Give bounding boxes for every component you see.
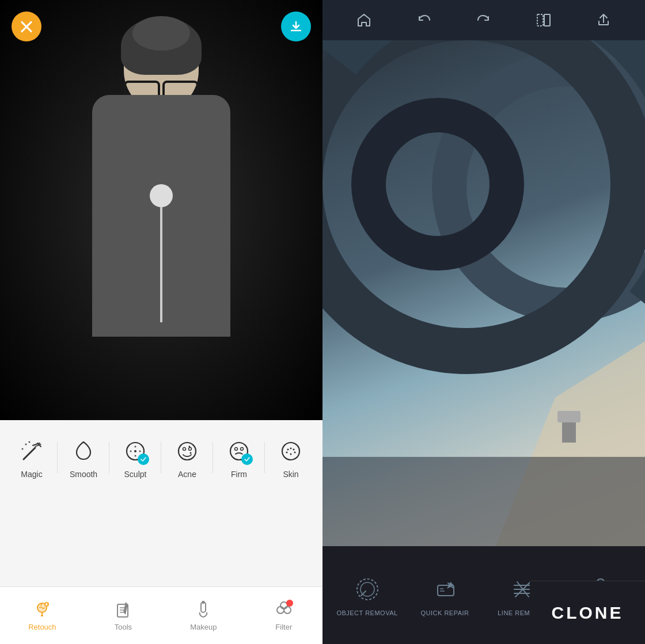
svg-point-26 (286, 452, 288, 454)
clone-big-text: CLONE (552, 603, 624, 623)
svg-point-8 (134, 450, 136, 452)
firm-icon (224, 436, 254, 466)
redo-button[interactable] (471, 7, 496, 33)
quick-repair-tool[interactable]: QUICK REPAIR (408, 574, 483, 616)
download-button[interactable] (281, 12, 311, 41)
tool-skin[interactable]: Skin (265, 432, 317, 483)
retouch-label: Retouch (28, 623, 56, 631)
tool-firm[interactable]: Firm (213, 432, 265, 483)
svg-point-14 (183, 448, 186, 451)
svg-point-6 (22, 448, 24, 450)
download-icon (289, 20, 303, 33)
tools-row: Magic Smooth (0, 432, 322, 483)
quick-repair-icon (430, 574, 461, 605)
magic-label: Magic (21, 470, 42, 479)
nav-tools[interactable]: Tools (101, 595, 145, 636)
svg-point-22 (287, 449, 289, 451)
filter-badge (286, 600, 293, 607)
skin-label: Skin (283, 470, 298, 479)
filter-icon (274, 600, 294, 620)
object-removal-label: OBJECT REMOVAL (336, 609, 397, 616)
svg-point-24 (290, 448, 292, 449)
svg-point-15 (189, 448, 192, 451)
svg-rect-43 (544, 14, 550, 26)
svg-point-19 (235, 448, 238, 451)
tool-sculpt[interactable]: Sculpt (109, 432, 161, 483)
tools-section: Magic Smooth (0, 420, 322, 586)
tool-magic[interactable]: Magic (6, 432, 58, 483)
sculpt-label: Sculpt (124, 470, 147, 479)
svg-point-17 (190, 452, 192, 454)
svg-point-25 (290, 454, 292, 455)
svg-point-10 (135, 455, 136, 457)
svg-point-12 (139, 451, 141, 452)
makeup-icon (193, 600, 214, 620)
tools-icon (113, 600, 134, 620)
svg-point-39 (277, 607, 284, 613)
home-button[interactable] (351, 7, 377, 33)
svg-point-13 (179, 443, 196, 460)
top-toolbar (322, 0, 645, 40)
svg-point-40 (284, 607, 291, 613)
svg-point-11 (130, 451, 132, 452)
svg-point-16 (189, 446, 191, 448)
clone-overlay: CLONE (530, 581, 645, 644)
svg-line-0 (24, 448, 35, 459)
acne-icon (172, 436, 202, 466)
photo-area (0, 0, 322, 420)
acne-label: Acne (178, 470, 196, 479)
close-button[interactable] (12, 12, 41, 41)
quick-repair-label: QUICK REPAIR (420, 609, 469, 616)
nav-retouch[interactable]: Retouch (17, 595, 67, 636)
hair-top (132, 16, 190, 51)
bottom-nav: Retouch Tools (0, 586, 322, 644)
flower-head (150, 184, 173, 207)
sculpt-badge (138, 454, 149, 465)
right-panel: OBJECT REMOVAL QUICK REPAIR (322, 0, 645, 644)
svg-point-21 (282, 443, 299, 460)
firm-label: Firm (231, 470, 247, 479)
svg-point-23 (293, 449, 295, 451)
svg-rect-42 (537, 14, 543, 26)
makeup-label: Makeup (190, 623, 217, 631)
firm-badge (241, 454, 253, 465)
left-panel: Magic Smooth (0, 0, 322, 644)
nav-filter[interactable]: Filter (262, 595, 306, 636)
smooth-icon (69, 436, 98, 466)
svg-rect-38 (202, 601, 204, 604)
compare-button[interactable] (531, 7, 556, 33)
share-button[interactable] (591, 7, 616, 33)
arch-overlay (322, 40, 645, 546)
filter-label: Filter (275, 623, 292, 631)
retouch-icon (32, 600, 52, 620)
svg-point-27 (294, 452, 296, 454)
nav-makeup[interactable]: Makeup (179, 595, 228, 636)
sculpt-icon (120, 436, 150, 466)
arch-photo (322, 40, 645, 546)
lamp (562, 420, 576, 443)
flower-stem (160, 207, 162, 322)
magic-icon (17, 436, 47, 466)
svg-point-20 (241, 448, 244, 451)
skin-icon (276, 436, 306, 466)
svg-point-5 (29, 441, 31, 443)
svg-point-9 (135, 446, 136, 448)
svg-point-4 (25, 444, 27, 445)
person-figure (69, 6, 253, 420)
tool-acne[interactable]: Acne (161, 432, 213, 483)
undo-button[interactable] (411, 7, 437, 33)
tool-smooth[interactable]: Smooth (58, 432, 109, 483)
smooth-label: Smooth (70, 470, 97, 479)
object-removal-tool[interactable]: OBJECT REMOVAL (330, 574, 405, 616)
tools-label: Tools (115, 623, 132, 631)
svg-rect-45 (322, 457, 645, 546)
object-removal-icon (352, 574, 383, 605)
